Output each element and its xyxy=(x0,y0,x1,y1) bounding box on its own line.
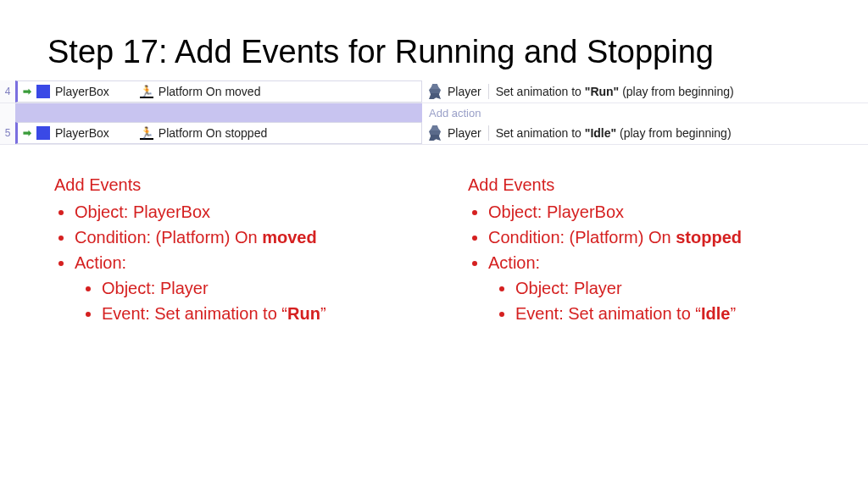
event-row[interactable]: 5 ➡ PlayerBox 🏃 Platform On stopped Play… xyxy=(0,122,868,145)
row-number: 4 xyxy=(0,80,15,103)
instruction-notes: Add Events Object: PlayerBox Condition: … xyxy=(47,172,821,326)
platform-runner-icon: 🏃 xyxy=(140,126,153,140)
note-item: Object: PlayerBox xyxy=(75,199,400,225)
note-subitem: Object: Player xyxy=(102,275,400,301)
add-action-link[interactable]: Add action xyxy=(422,103,868,122)
event-row[interactable]: 4 ➡ PlayerBox 🏃 Platform On moved Player… xyxy=(0,80,868,103)
condition-text: Platform On stopped xyxy=(159,126,267,140)
condition-text: Platform On moved xyxy=(159,85,261,98)
condition-block[interactable]: ➡ PlayerBox 🏃 Platform On moved xyxy=(15,80,422,103)
condition-object: PlayerBox xyxy=(55,126,109,140)
player-sprite-icon xyxy=(429,84,441,99)
arrow-right-icon: ➡ xyxy=(21,86,33,97)
note-item: Action: Object: Player Event: Set animat… xyxy=(75,250,400,326)
action-text: Set animation to "Run" (play from beginn… xyxy=(496,85,734,98)
note-subitem: Event: Set animation to “Run” xyxy=(102,301,400,326)
note-subitem: Event: Set animation to “Idle” xyxy=(515,301,814,326)
action-object: Player xyxy=(448,85,481,98)
action-block[interactable]: Player Set animation to "Idle" (play fro… xyxy=(422,122,868,144)
platform-runner-icon: 🏃 xyxy=(140,85,153,98)
playerbox-icon xyxy=(36,126,50,140)
note-column-left: Add Events Object: PlayerBox Condition: … xyxy=(54,172,400,326)
note-item: Condition: (Platform) On stopped xyxy=(488,225,814,250)
events-table: 4 ➡ PlayerBox 🏃 Platform On moved Player… xyxy=(0,80,868,145)
arrow-right-icon: ➡ xyxy=(21,127,33,139)
note-title: Add Events xyxy=(54,172,400,197)
action-object: Player xyxy=(448,126,481,140)
action-text: Set animation to "Idle" (play from begin… xyxy=(496,126,732,140)
condition-block[interactable]: ➡ PlayerBox 🏃 Platform On stopped xyxy=(15,122,422,144)
separator xyxy=(488,84,489,99)
page-title: Step 17: Add Events for Running and Stop… xyxy=(47,34,821,70)
row-number: 5 xyxy=(0,122,15,144)
note-item: Action: Object: Player Event: Set animat… xyxy=(488,250,814,326)
playerbox-icon xyxy=(36,85,50,98)
note-title: Add Events xyxy=(468,172,814,197)
selection-highlight xyxy=(15,103,422,122)
action-block[interactable]: Player Set animation to "Run" (play from… xyxy=(422,80,868,103)
note-column-right: Add Events Object: PlayerBox Condition: … xyxy=(468,172,814,326)
note-item: Condition: (Platform) On moved xyxy=(75,225,400,250)
note-item: Object: PlayerBox xyxy=(488,199,814,225)
add-action-row: Add action xyxy=(0,103,868,122)
note-subitem: Object: Player xyxy=(515,275,814,301)
separator xyxy=(488,125,489,141)
condition-object: PlayerBox xyxy=(55,85,109,98)
player-sprite-icon xyxy=(429,125,441,141)
